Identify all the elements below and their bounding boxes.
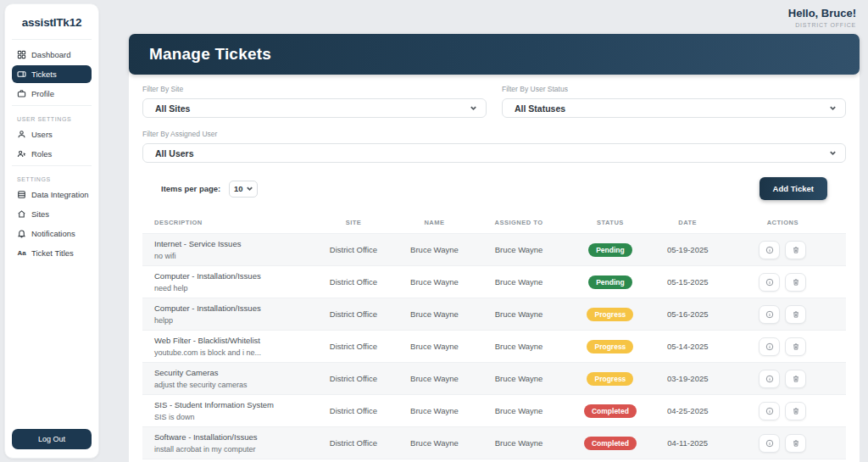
ticket-name: Bruce Wayne [396, 395, 473, 427]
ticket-name: Bruce Wayne [396, 459, 473, 462]
ticket-date: 05-19-2025 [656, 234, 720, 266]
ticket-name: Bruce Wayne [396, 234, 473, 266]
ticket-info-button[interactable] [759, 434, 780, 453]
ticket-info-button[interactable] [759, 337, 780, 356]
col-date: DATE [656, 212, 720, 234]
database-icon [17, 190, 26, 199]
ticket-info-button[interactable] [759, 402, 780, 420]
sidebar-item-sites[interactable]: Sites [12, 205, 92, 223]
ticket-delete-button[interactable] [785, 434, 806, 453]
trash-icon [792, 407, 800, 415]
filter-status-label: Filter By User Status [502, 85, 846, 93]
ticket-site: District Office [311, 266, 396, 298]
trash-icon [792, 375, 800, 383]
site-select[interactable]: All Sites [142, 98, 487, 118]
ticket-subtitle: adjust the security cameras [154, 381, 308, 389]
sidebar-item-label: Users [31, 130, 53, 139]
ticket-info-button[interactable] [759, 305, 780, 324]
ticket-title: Software - Installation/Issues [154, 432, 308, 442]
sidebar-item-roles[interactable]: Roles [12, 145, 92, 163]
ticket-date: 05-14-2025 [656, 331, 720, 363]
status-badge: Completed [584, 437, 637, 450]
ticket-title: SIS - Student Information System [154, 400, 308, 409]
ticket-name: Bruce Wayne [396, 427, 473, 459]
ticket-assigned-to: Bruce Wayne [473, 331, 565, 363]
sidebar-item-notifications[interactable]: Notifications [12, 225, 92, 242]
table-row: Web Filter - Blacklist/Whitelist youtube… [142, 331, 846, 363]
sidebar-item-label: Notifications [31, 229, 75, 238]
bell-icon [17, 229, 26, 238]
ticket-delete-button[interactable] [785, 402, 806, 420]
table-row: Computer - Installation/Issues helpp Dis… [142, 298, 846, 331]
home-icon [17, 209, 26, 219]
trash-icon [792, 439, 800, 448]
section-title-settings: SETTINGS [12, 171, 92, 185]
ticket-info-button[interactable] [759, 370, 780, 388]
trash-icon [792, 342, 800, 351]
ticket-delete-button[interactable] [785, 273, 806, 292]
sidebar-item-profile[interactable]: Profile [12, 85, 92, 103]
add-ticket-button[interactable]: Add Ticket [760, 177, 827, 200]
divider [12, 105, 92, 106]
ticket-delete-button[interactable] [785, 370, 806, 388]
ticket-icon [17, 70, 26, 79]
chevron-down-icon [470, 104, 477, 112]
ticket-subtitle: helpp [154, 316, 308, 325]
ticket-table-body: Internet - Service Issues no wifi Distri… [142, 234, 846, 462]
table-row: Student Website Account District Office … [142, 459, 846, 462]
sidebar: assistITk12 Dashboard Tickets Profile US… [4, 3, 99, 459]
ticket-name: Bruce Wayne [396, 363, 473, 395]
table-toolbar: Items per page: 10 Add Ticket [142, 177, 846, 200]
status-badge: Pending [588, 243, 632, 257]
ticket-assigned-to: Bruce Wayne [473, 395, 565, 427]
table-row: SIS - Student Information System SIS is … [142, 395, 846, 427]
ticket-title: Computer - Installation/Issues [154, 303, 308, 313]
ticket-delete-button[interactable] [785, 241, 806, 259]
topbar: Hello, Bruce! DISTRICT OFFICE [788, 7, 856, 28]
status-select[interactable]: All Statuses [502, 98, 846, 118]
ticket-info-button[interactable] [759, 273, 780, 292]
assigned-user-select[interactable]: All Users [142, 143, 846, 163]
sidebar-item-data-integration[interactable]: Data Integration [12, 186, 92, 203]
sidebar-item-label: Ticket Titles [31, 248, 74, 258]
site-select-value: All Sites [155, 103, 470, 114]
filter-assigned-user: Filter By Assigned User All Users [142, 130, 846, 163]
status-badge: Pending [588, 276, 632, 289]
trash-icon [792, 246, 800, 254]
sidebar-item-dashboard[interactable]: Dashboard [12, 46, 92, 64]
ticket-subtitle: SIS is down [154, 413, 308, 421]
status-badge: Progress [587, 372, 633, 386]
status-badge: Completed [584, 404, 637, 418]
ticket-subtitle: install acrobat in my computer [154, 445, 308, 454]
ticket-subtitle: no wifi [154, 252, 308, 260]
sidebar-item-ticket-titles[interactable]: Aa Ticket Titles [12, 244, 92, 262]
divider [12, 39, 92, 40]
ticket-site: District Office [311, 395, 396, 427]
ticket-delete-button[interactable] [785, 337, 806, 356]
items-per-page-label: Items per page: [161, 184, 220, 193]
items-per-page-select[interactable]: 10 [229, 181, 258, 198]
sidebar-item-users[interactable]: Users [12, 125, 92, 143]
ticket-delete-button[interactable] [785, 305, 806, 324]
sidebar-item-label: Dashboard [31, 50, 70, 59]
ticket-title: Web Filter - Blacklist/Whitelist [154, 336, 308, 345]
col-actions: ACTIONS [720, 212, 846, 234]
ticket-assigned-to: Bruce Wayne [473, 363, 565, 395]
table-row: Security Cameras adjust the security cam… [142, 363, 846, 395]
table-header-row: DESCRIPTION SITE NAME ASSIGNED TO STATUS… [142, 212, 846, 234]
assigned-select-value: All Users [155, 148, 829, 159]
filter-user-status: Filter By User Status All Statuses [502, 85, 846, 118]
text-aa-icon: Aa [17, 248, 26, 258]
logout-button[interactable]: Log Out [12, 429, 92, 449]
ticket-name: Bruce Wayne [396, 331, 473, 363]
ticket-assigned-to: Bruce Wayne [473, 427, 565, 459]
divider [12, 165, 92, 166]
ticket-info-button[interactable] [759, 241, 780, 259]
col-assigned-to: ASSIGNED TO [473, 212, 565, 234]
main-area: Manage Tickets Filter By Site All Sites … [129, 0, 860, 462]
trash-icon [792, 310, 800, 319]
sidebar-item-tickets[interactable]: Tickets [12, 65, 92, 83]
ticket-name: Bruce Wayne [396, 266, 473, 298]
ticket-subtitle: youtube.com is block and i ne... [154, 348, 308, 357]
ticket-assigned-to: Bruce Wayne [473, 459, 565, 462]
